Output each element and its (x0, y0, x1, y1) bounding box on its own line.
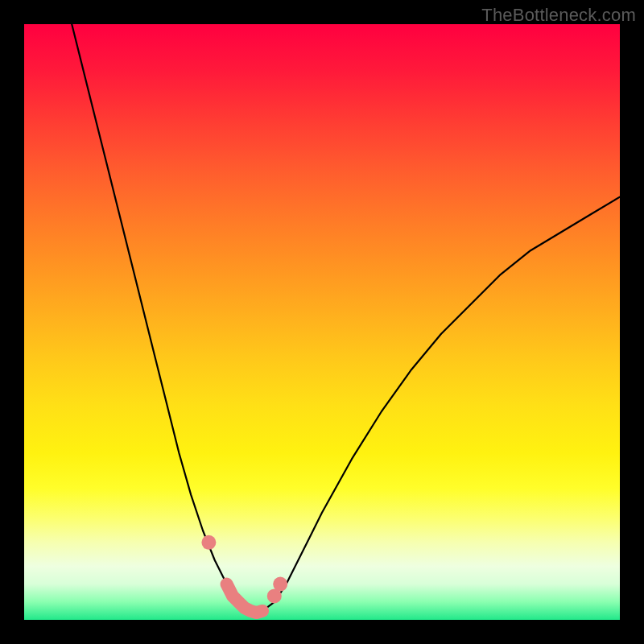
bottleneck-curve-path (72, 24, 620, 613)
curve-svg (24, 24, 620, 620)
chart-frame: TheBottleneck.com (0, 0, 644, 644)
highlight-segment (227, 584, 262, 613)
highlight-dot-right-2 (273, 577, 287, 592)
highlight-dot-left (201, 535, 216, 550)
watermark-text: TheBottleneck.com (481, 5, 636, 26)
highlight-dots (201, 535, 287, 604)
plot-area (24, 24, 620, 620)
